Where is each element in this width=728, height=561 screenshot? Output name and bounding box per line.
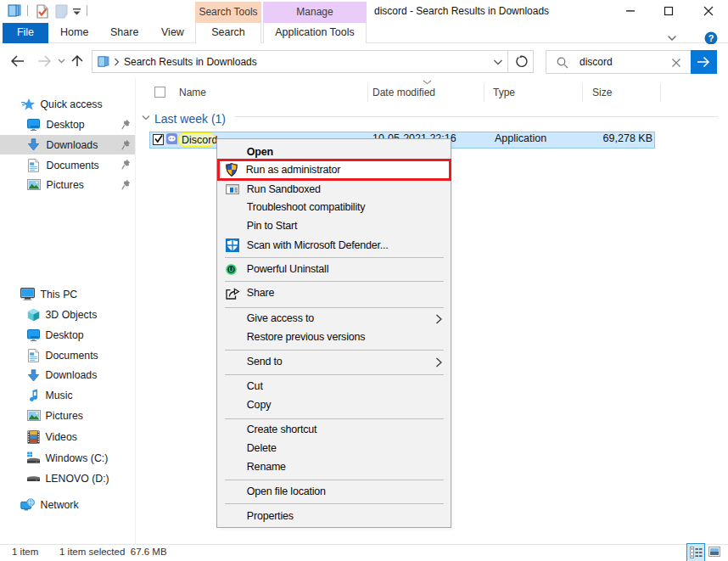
svg-text:?: ? bbox=[708, 33, 714, 43]
